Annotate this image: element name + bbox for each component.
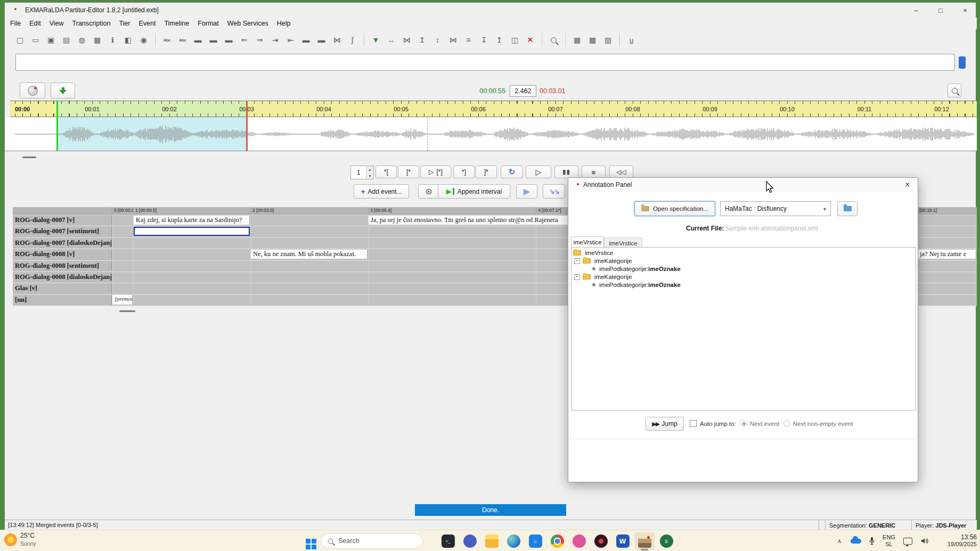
minimize-button[interactable]: – — [904, 3, 928, 18]
merge-rows-icon[interactable]: ≡ — [461, 33, 476, 47]
pink-app-taskbar-icon[interactable] — [569, 532, 589, 550]
info-icon[interactable]: ℹ — [105, 33, 120, 47]
event-cell[interactable]: Kaj zdej, si kupla karte za na Sardinijo… — [134, 216, 250, 225]
tray-monitor-icon[interactable] — [900, 530, 915, 551]
remove-event-icon[interactable]: ⋈ — [446, 33, 460, 47]
play-to-end-button[interactable]: *] — [453, 166, 475, 178]
tree-folder-item[interactable]: imeVrstice — [573, 249, 613, 257]
menu-event[interactable]: Event — [134, 18, 160, 29]
column-header[interactable]: 3 [00:05.4] — [368, 207, 536, 215]
tier-format-icon[interactable]: ▬ — [222, 33, 236, 47]
menu-file[interactable]: File — [6, 18, 25, 29]
menu-edit[interactable]: Edit — [25, 18, 45, 29]
close-button[interactable]: × — [953, 3, 977, 18]
annotation-tree[interactable]: imeVrsticeimeKategorijeimePodkategorije:… — [571, 247, 916, 410]
browse-file-button[interactable] — [837, 201, 858, 216]
title-bar[interactable]: EXMARaLDA Partitur-Editor 1.8.2 [untitle… — [5, 3, 976, 18]
menu-view[interactable]: View — [45, 18, 68, 29]
double-timeline-icon[interactable]: ʃ — [345, 33, 360, 47]
column-header[interactable]: 0 [00:00.0] — [112, 207, 133, 215]
event-cell[interactable]: ja? Nej tu zame z — [918, 250, 976, 259]
jump-download-button[interactable] — [51, 83, 75, 98]
column-header[interactable]: [00:18.1] — [917, 207, 977, 215]
pause-button[interactable]: ▮▮ — [554, 166, 578, 178]
tree-leaf-item[interactable]: imePodkategorije: imeOznake — [592, 281, 681, 289]
search-icon[interactable] — [546, 33, 561, 47]
menu-transcription[interactable]: Transcription — [68, 18, 115, 29]
insert-tier-icon[interactable]: ▼ — [369, 33, 383, 47]
specification-combo[interactable]: HaMaTac : Disfluency ▾ — [720, 201, 831, 216]
append-timeitem-icon[interactable]: ↥ — [492, 33, 507, 47]
store-taskbar-icon[interactable]: ⌂ — [525, 532, 545, 550]
input-accent-button[interactable] — [959, 56, 966, 69]
find-table-icon[interactable]: ▩ — [585, 33, 600, 47]
tier-label[interactable]: ROG-dialog-0007 [v] — [13, 215, 112, 225]
tree-leaf-item[interactable]: imePodkategorije: imeOznake — [592, 265, 681, 273]
split-tier-icon[interactable]: ▬ — [206, 33, 220, 47]
auto-jump-checkbox[interactable] — [690, 420, 697, 427]
play-from-start-button[interactable]: [* — [398, 166, 419, 178]
tier-label[interactable]: ROG-dialog-0007 [sentiment] — [13, 226, 112, 236]
expand-icon[interactable] — [574, 274, 580, 280]
delete-column-icon[interactable]: × — [523, 33, 537, 47]
open-file-icon[interactable]: ▭ — [28, 33, 43, 47]
rewind-button[interactable]: ◁◁ — [609, 166, 633, 178]
tray-chevron-up-icon[interactable]: ∧ — [832, 530, 847, 551]
tier-label[interactable]: ROG-dialog-0007 [dialoskoDejanje] — [13, 238, 112, 248]
extend-right-icon[interactable]: ▬ — [314, 33, 329, 47]
menu-web-services[interactable]: Web Services — [223, 18, 273, 29]
presentation-icon[interactable]: ▤ — [59, 33, 74, 47]
event-cell[interactable]: Ne, ku ne znam. Mi uš mohla pokazat. — [251, 250, 368, 259]
timeline-ruler[interactable]: 00:0000:0100:0200:0300:0400:0500:0600:07… — [10, 101, 977, 117]
web-service-button[interactable]: ⊛ — [418, 184, 439, 199]
merge-events-icon[interactable]: ⋈ — [330, 33, 344, 47]
sharepoint-taskbar-icon[interactable]: s — [656, 532, 676, 550]
event-cell[interactable]: [premor] — [112, 295, 133, 304]
set-selection-end-button[interactable]: ]* — [476, 166, 497, 178]
move-right-icon[interactable]: ⇒ — [252, 33, 267, 47]
tab-imevrstice-2[interactable]: imeVrstice — [604, 237, 642, 248]
add-event-button[interactable]: + Add event... — [354, 184, 409, 199]
save-icon[interactable]: ▣ — [44, 33, 58, 47]
append-interval-button[interactable]: ▶ Append interval — [438, 184, 510, 199]
event-text-input[interactable] — [15, 54, 955, 71]
language-indicator[interactable]: ENG SL — [880, 530, 898, 551]
play-button[interactable]: ▷ — [526, 166, 551, 178]
web-icon[interactable]: ◍ — [75, 33, 89, 47]
tier-label[interactable]: ROG-dialog-0008 [sentiment] — [13, 261, 112, 271]
shrink-right-icon[interactable]: ⇤ — [283, 33, 298, 47]
tier-label[interactable]: ROG-dialog-0008 [v] — [13, 249, 112, 259]
edge-taskbar-icon[interactable] — [503, 532, 524, 550]
jump-button[interactable]: ▶▶ Jump — [646, 417, 684, 431]
file-explorer-taskbar-icon[interactable] — [481, 532, 502, 550]
search-input[interactable]: Search — [321, 533, 423, 548]
event-cell[interactable] — [134, 227, 250, 236]
stop-button[interactable]: ■ — [582, 166, 606, 178]
audio-source-button[interactable] — [20, 83, 45, 98]
split-column-icon[interactable]: ◫ — [508, 33, 522, 47]
play-count-stepper[interactable]: 1 ▲▼ — [350, 166, 374, 179]
insert-timeitem-icon[interactable]: ↧ — [477, 33, 491, 47]
tier-label[interactable]: Glas [v] — [13, 283, 112, 293]
next-non-empty-radio[interactable] — [783, 420, 790, 427]
shorten-event-icon[interactable]: ↥ — [415, 33, 429, 47]
dialog-title-bar[interactable]: Annotation Panel × — [568, 178, 918, 192]
microphone-icon[interactable] — [865, 530, 879, 551]
tier-label[interactable]: ROG-dialog-0008 [dialoskoDejanje] — [13, 272, 112, 282]
shrink-left-icon[interactable]: ⇥ — [268, 33, 282, 47]
new-transcription-icon[interactable]: ▢ — [13, 33, 27, 47]
menu-format[interactable]: Format — [193, 18, 223, 29]
set-selection-start-button[interactable]: *[ — [375, 166, 397, 178]
merge-tier-icon[interactable]: ▬ — [191, 33, 205, 47]
column-header[interactable]: 2 [00:03.0] — [250, 207, 368, 215]
selection-duration[interactable]: 2.462 — [510, 85, 536, 97]
partitur-structure-icon[interactable]: ▦ — [90, 33, 104, 47]
goto-table-icon[interactable]: ▦ — [570, 33, 584, 47]
underline-icon[interactable]: u — [624, 33, 639, 47]
weather-widget[interactable]: 25°C Sunny — [4, 532, 36, 548]
expand-icon[interactable] — [574, 258, 580, 264]
menu-timeline[interactable]: Timeline — [160, 18, 193, 29]
move-left-icon[interactable]: ⇐ — [237, 33, 251, 47]
onedrive-icon[interactable] — [848, 530, 864, 551]
swap-tiers-icon[interactable]: ↕ — [430, 33, 445, 47]
